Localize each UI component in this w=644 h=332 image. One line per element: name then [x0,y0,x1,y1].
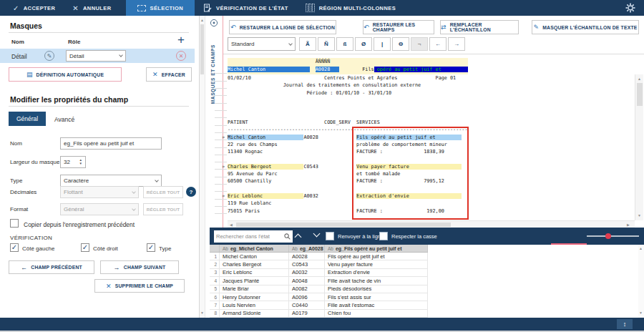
match-case-checkbox[interactable] [379,232,388,240]
help-icon[interactable]: ? [186,187,196,197]
table-cell[interactable]: A0048 [289,277,325,284]
report-line[interactable]: »Michel Canton A0028 Fils opéré au petit… [228,134,628,141]
trap-char-button[interactable]: Ã [299,37,316,51]
scrollbar-thumb[interactable] [637,83,643,106]
trap-char-button[interactable]: ¬ [411,37,428,51]
report-line[interactable] [228,112,628,119]
table-cell[interactable]: Eric Leblonc [220,269,289,276]
trap-char-button[interactable]: → [448,37,465,51]
zoom-slider-handle[interactable] [605,233,611,239]
report-line[interactable] [228,185,628,192]
field-highlight[interactable]: Venu payer facture [356,164,462,170]
scrollbar-thumb[interactable] [200,24,204,74]
report-line[interactable]: 11340 Rognac FACTURE : 1838,39 [228,148,628,155]
resize-vertical-icon[interactable]: ↕ [617,319,633,329]
table-cell[interactable]: C0440 [289,301,325,308]
zoom-slider-track[interactable] [587,235,639,237]
scroll-down-icon[interactable]: ▼ [200,311,204,315]
accept-button[interactable]: ✓ ACCEPTER [0,0,64,16]
replace-sample-button[interactable]: ⇄ REMPLACER L'ÉCHANTILLON [440,20,519,34]
mask-text-sample-button[interactable]: ✎ MASQUER L'ÉCHANTILLON DE TEXTE [532,20,639,34]
table-vscrollbar[interactable]: ▲ ▼ [638,245,644,318]
table-row[interactable]: 8Armand SidonieA0179Chien fou [210,310,428,318]
scroll-up-icon[interactable]: ▲ [200,18,204,22]
table-row[interactable]: 1Michel CantonA0028Fils opéré au petit j… [210,253,428,260]
report-line[interactable]: 75015 Paris FACTURE : 192,00 [228,208,628,215]
table-cell[interactable]: Fille avait tache de vin [325,277,428,284]
table-header-cell[interactable]: Abeg_Fils opéré au petit juif et [325,245,428,252]
report-line[interactable]: Période : 01/01/10 - 31/01/10 [228,89,628,97]
trap-row[interactable]: ÃÑÑÑÑ [228,58,468,66]
remove-mask-icon[interactable]: ✕ [176,51,186,61]
field-highlight[interactable]: A0028 [316,67,339,72]
tab-region[interactable]: RÉGION MULTI-COLONNES [297,0,404,16]
table-cell[interactable]: A0032 [289,269,325,276]
left-panel-scrollbar[interactable]: ▲ ▼ [200,16,205,318]
field-highlight[interactable]: Eric Leblonc [228,193,303,199]
search-input[interactable]: Rechercher dans l'état [214,230,293,243]
report-line[interactable]: ----------------------------------------… [228,126,628,133]
copy-previous-checkbox[interactable] [10,219,19,228]
report-line[interactable]: 60500 Chantilly FACTURE : 7995,12 [228,177,628,185]
trap-char-button[interactable]: ß [336,37,353,51]
report-body[interactable]: 01/02/10 Centres Points et Agrafes Page … [228,74,628,215]
report-line[interactable]: 119 Rue Leblanc [228,200,628,207]
restore-fields-button[interactable]: ↶ RESTAURER LES CHAMPS [363,20,434,34]
scrollbar-thumb[interactable] [236,223,451,227]
table-cell[interactable]: C0543 [289,260,325,268]
field-sample-row[interactable]: Michel Canton A0028 Fils opéré au petit … [228,66,468,74]
field-highlight[interactable]: Extraction d'envie [356,193,462,199]
table-header-cell[interactable]: Abeg_Michel Canton [220,245,289,252]
trap-char-button[interactable]: Θ [392,37,409,51]
scroll-right-icon[interactable]: ▶ [627,223,630,227]
trap-char-button[interactable]: ← [429,37,447,51]
mask-row[interactable]: Détail ✎ Détail ✕ [0,49,195,63]
table-cell[interactable]: Venu payer facture [325,260,428,268]
table-cell[interactable]: A0096 [289,293,325,301]
mask-width-stepper[interactable]: 32 ▲▼ [60,156,86,168]
field-name-input[interactable]: eg_Fils opéré au petit juif et [60,137,162,150]
type-select[interactable]: Caractère [60,175,162,187]
report-line[interactable]: 22 rue des Champs problème de comporteme… [228,141,628,148]
report-line[interactable] [228,155,628,162]
report-line[interactable]: 01/02/10 Centres Points et Agrafes Page … [228,74,628,82]
table-cell[interactable]: Fils s'est assis sur [325,293,428,301]
report-vscrollbar[interactable]: ▲ ▼ [635,74,643,220]
report-line[interactable] [228,97,628,104]
search-previous-icon[interactable] [296,233,303,238]
gear-icon[interactable] [625,3,635,13]
clear-button[interactable]: ✕ EFFACER [146,67,192,82]
table-header-cell[interactable]: Abeg_A0028 [289,245,325,252]
field-highlight[interactable]: Michel Canton [228,67,310,72]
add-mask-button[interactable]: + [177,33,185,47]
scroll-left-icon[interactable]: ◀ [230,223,233,227]
table-row[interactable]: 2Charles BergeotC0543Venu payer facture [210,260,428,268]
table-row[interactable]: 7Louis NervienC0440Fille avait l'estomac [210,301,428,309]
field-highlight[interactable]: Charles Bergeot [228,164,303,170]
report-line[interactable]: Journal des traitements en consultation … [228,82,628,89]
table-cell[interactable]: Extraction d'envie [325,269,428,276]
field-highlight[interactable]: opéré au petit juif et [374,67,468,72]
tab-general[interactable]: Général [9,112,46,126]
auto-define-button[interactable]: ▤ DÉFINITION AUTOMATIQUE [9,67,122,82]
table-cell[interactable]: Louis Nervien [220,301,289,308]
table-cell[interactable]: Michel Canton [220,253,289,260]
next-field-button[interactable]: → CHAMP SUIVANT [100,260,179,274]
spinner-down-icon[interactable]: ▼ [79,162,82,166]
table-cell[interactable]: Fils opéré au petit juif et [325,253,428,260]
table-row[interactable]: 5Marie BriarA0082Pieds désodorisés [210,285,428,293]
report-line[interactable] [228,104,628,111]
table-cell[interactable]: Jacques Planté [220,277,289,284]
wrap-line-checkbox[interactable] [326,232,334,240]
trap-char-button[interactable]: | [374,37,391,51]
scroll-up-icon[interactable]: ▲ [638,77,641,81]
tab-verification[interactable]: VÉRIFICATION DE L'ÉTAT [195,0,297,16]
edit-pencil-icon[interactable]: ✎ [44,51,54,61]
table-cell[interactable]: Chien fou [325,310,428,317]
scroll-down-icon[interactable]: ▼ [638,213,641,218]
tab-advanced[interactable]: Avancé [54,116,74,123]
table-row[interactable]: 6Henry DutonnerA0096Fils s'est assis sur [210,293,428,301]
delete-field-button[interactable]: ✕ SUPPRIMER LE CHAMP [94,279,185,293]
field-highlight[interactable]: Michel Canton [228,135,303,140]
table-cell[interactable]: A0179 [289,310,325,317]
